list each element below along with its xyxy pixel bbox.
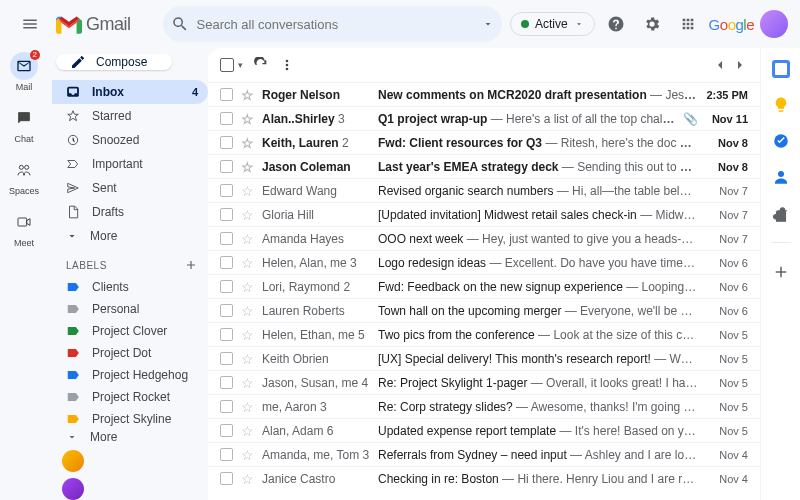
star-icon[interactable]: ☆ [241,232,254,246]
tasks-app-icon[interactable] [772,132,790,150]
main-menu-button[interactable] [12,6,48,42]
message-row[interactable]: ☆ Janice Castro Checking in re: Boston —… [208,466,760,490]
row-checkbox[interactable] [220,304,233,317]
add-label-button[interactable] [184,258,198,272]
label-item[interactable]: Project Skyline [52,408,208,430]
keep-app-icon[interactable] [772,96,790,114]
nav-more[interactable]: More [52,224,208,248]
message-row[interactable]: ☆ Amanda, me, Tom 3 Referrals from Sydne… [208,442,760,466]
label-item[interactable]: Personal [52,298,208,320]
row-checkbox[interactable] [220,208,233,221]
gear-icon [643,15,661,33]
star-icon[interactable]: ☆ [241,136,254,150]
star-icon[interactable]: ☆ [241,448,254,462]
calendar-app-icon[interactable] [772,60,790,78]
star-icon[interactable]: ☆ [241,328,254,342]
compose-button[interactable]: Compose [56,54,172,70]
star-icon[interactable]: ☆ [241,376,254,390]
chat-avatar[interactable] [62,478,84,500]
star-icon[interactable]: ☆ [241,112,254,126]
message-row[interactable]: ☆ Keith, Lauren 2 Fwd: Client resources … [208,130,760,154]
message-row[interactable]: ☆ Gloria Hill [Updated invitation] Midwe… [208,202,760,226]
star-icon[interactable]: ☆ [241,88,254,102]
contacts-app-icon[interactable] [772,168,790,186]
add-app-button[interactable] [772,263,790,281]
message-row[interactable]: ☆ Roger Nelson New comments on MCR2020 d… [208,82,760,106]
label-item[interactable]: Project Hedgehog [52,364,208,386]
row-checkbox[interactable] [220,400,233,413]
nav-sent[interactable]: Sent [52,176,208,200]
date: Nov 6 [706,257,748,269]
message-row[interactable]: ☆ Jason Coleman Last year's EMEA strateg… [208,154,760,178]
row-checkbox[interactable] [220,232,233,245]
label-icon [66,302,80,316]
row-checkbox[interactable] [220,424,233,437]
message-row[interactable]: ☆ Alan..Shirley 3 Q1 project wrap-up — H… [208,106,760,130]
row-checkbox[interactable] [220,280,233,293]
prev-page-button[interactable] [712,57,728,73]
message-row[interactable]: ☆ Lori, Raymond 2 Fwd: Feedback on the n… [208,274,760,298]
star-icon[interactable]: ☆ [241,352,254,366]
row-checkbox[interactable] [220,160,233,173]
apps-button[interactable] [673,9,703,39]
label-item[interactable]: Clients [52,276,208,298]
message-row[interactable]: ☆ Alan, Adam 6 Updated expense report te… [208,418,760,442]
more-button[interactable] [279,57,295,73]
settings-button[interactable] [637,9,667,39]
star-icon[interactable]: ☆ [241,472,254,486]
nav-inbox[interactable]: Inbox4 [52,80,208,104]
nav-important[interactable]: Important [52,152,208,176]
label-item[interactable]: Project Clover [52,320,208,342]
search-options-icon[interactable] [482,18,494,30]
star-icon[interactable]: ☆ [241,256,254,270]
star-icon[interactable]: ☆ [241,184,254,198]
star-icon[interactable]: ☆ [241,304,254,318]
account-avatar[interactable] [760,10,788,38]
message-row[interactable]: ☆ Keith Obrien [UX] Special delivery! Th… [208,346,760,370]
row-checkbox[interactable] [220,184,233,197]
row-checkbox[interactable] [220,136,233,149]
search-input[interactable] [197,17,474,32]
nav-starred[interactable]: Starred [52,104,208,128]
nav-snoozed[interactable]: Snoozed [52,128,208,152]
message-row[interactable]: ☆ Helen, Alan, me 3 Logo redesign ideas … [208,250,760,274]
star-icon[interactable]: ☆ [241,400,254,414]
rail-meet[interactable]: Meet [4,208,44,248]
chat-avatar[interactable] [62,450,84,472]
message-row[interactable]: ☆ me, Aaron 3 Re: Corp strategy slides? … [208,394,760,418]
rail-mail[interactable]: 2 Mail [4,52,44,92]
message-row[interactable]: ☆ Helen, Ethan, me 5 Two pics from the c… [208,322,760,346]
label-icon [66,324,80,338]
refresh-button[interactable] [253,57,269,73]
row-checkbox[interactable] [220,448,233,461]
select-all-checkbox[interactable] [220,58,234,72]
rail-spaces[interactable]: Spaces [4,156,44,196]
message-row[interactable]: ☆ Jason, Susan, me 4 Re: Project Skyligh… [208,370,760,394]
label-item[interactable]: Project Dot [52,342,208,364]
nav-drafts[interactable]: Drafts [52,200,208,224]
support-button[interactable] [601,9,631,39]
star-icon[interactable]: ☆ [241,424,254,438]
message-row[interactable]: ☆ Lauren Roberts Town hall on the upcomi… [208,298,760,322]
rail-chat[interactable]: Chat [4,104,44,144]
message-row[interactable]: ☆ Amanda Hayes OOO next week — Hey, just… [208,226,760,250]
row-checkbox[interactable] [220,352,233,365]
message-row[interactable]: ☆ Edward Wang Revised organic search num… [208,178,760,202]
row-checkbox[interactable] [220,376,233,389]
gmail-logo[interactable]: Gmail [56,14,131,35]
labels-more[interactable]: More [52,430,208,444]
search-bar[interactable] [163,6,502,42]
row-checkbox[interactable] [220,112,233,125]
row-checkbox[interactable] [220,472,233,485]
star-icon[interactable]: ☆ [241,208,254,222]
addons-app-icon[interactable] [772,204,790,222]
row-checkbox[interactable] [220,88,233,101]
star-icon[interactable]: ☆ [241,280,254,294]
star-icon[interactable]: ☆ [241,160,254,174]
select-all-dropdown[interactable]: ▾ [238,60,243,70]
status-chip[interactable]: Active [510,12,595,36]
label-item[interactable]: Project Rocket [52,386,208,408]
next-page-button[interactable] [732,57,748,73]
row-checkbox[interactable] [220,328,233,341]
row-checkbox[interactable] [220,256,233,269]
